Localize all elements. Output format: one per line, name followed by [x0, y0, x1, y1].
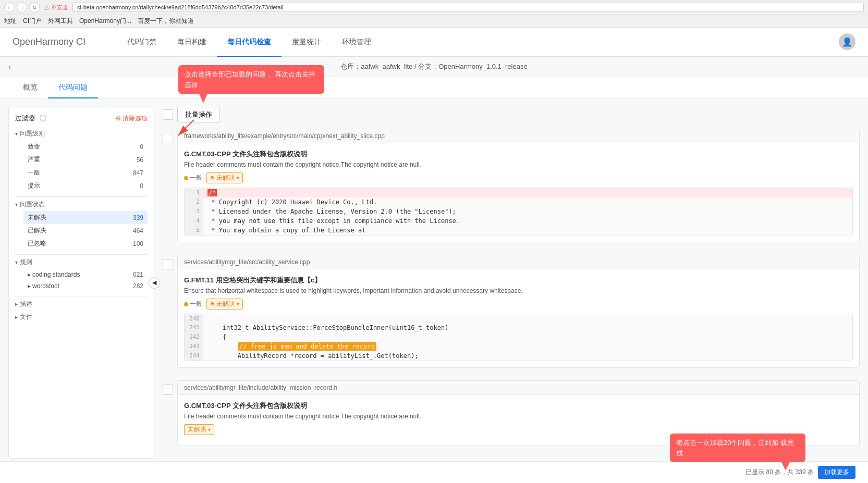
severity-dot-icon [184, 176, 188, 180]
flag-icon: ⚑ [210, 301, 215, 307]
issue-card-header-2: services/abilitymgr_lite/include/ability… [178, 381, 859, 395]
filter-section-rules: ▾ 规则 ▸ coding standards 621 ▸ wo [15, 258, 148, 292]
code-row-0-4: 4 * you may not use this file except in … [185, 216, 852, 226]
filter-fatal[interactable]: 致命 0 [23, 140, 148, 153]
tab-code-issues[interactable]: 代码问题 [48, 78, 98, 98]
repo-header: ‹ 仓库：aafwk_aafwk_lite / 分支：OpenHarmony_1… [0, 57, 868, 77]
avatar: 👤 [839, 33, 855, 50]
issue-card-1: services/abilitymgr_lite/src/ability_ser… [177, 255, 860, 368]
code-block-1: 240 241 int32_t AbilityService::ForceSto… [184, 314, 853, 361]
sidebar-title: 过滤器 ⓘ [15, 114, 46, 123]
clear-filters-button[interactable]: ⊖ 清除选项 [116, 114, 148, 123]
issue-card-header-1: services/abilitymgr_lite/src/ability_ser… [178, 255, 859, 269]
issue-select-checkbox-2[interactable] [163, 385, 173, 395]
status-tag-1[interactable]: ⚑ 未解决 ▾ [206, 299, 243, 309]
issue-select-checkbox-0[interactable] [163, 133, 173, 143]
issue-card-body-1: G.FMT.11 用空格突出关键字和重要信息【c】 Ensure that ho… [178, 269, 859, 367]
back-button[interactable]: ← [4, 2, 15, 13]
status-tag-0[interactable]: ⚑ 未解决 ▾ [206, 172, 243, 183]
nav-item-daily-check[interactable]: 每日代码检查 [217, 28, 282, 57]
issue-row-2: services/abilitymgr_lite/include/ability… [163, 380, 860, 452]
code-row-1-5: 244 AbilityRecord *record = abilityList_… [185, 351, 852, 361]
bottom-bar: 已显示 80 条，共 339 条 加载更多 [0, 461, 868, 483]
code-row-1-2: 241 int32_t AbilityService::ForceStopBun… [185, 323, 852, 332]
issue-checkbox-2 [163, 385, 173, 395]
filter-coding-standards[interactable]: ▸ coding standards 621 [23, 269, 148, 280]
status-tag-2[interactable]: 未解决 ▾ [184, 424, 214, 435]
bookmark-openharmony[interactable]: OpenHarmony门... [79, 17, 131, 26]
app-logo: OpenHarmony CI [13, 36, 85, 47]
issue-select-checkbox-1[interactable] [163, 259, 173, 269]
select-all-checkbox[interactable] [163, 109, 173, 120]
issue-card-header-0: frameworks/ability_lite/example/entry/sr… [178, 129, 859, 143]
nav-item-code-gate[interactable]: 代码门禁 [117, 28, 167, 57]
code-row-0-2: 2 * Copyright (c) 2020 Huawei Device Co.… [185, 197, 852, 207]
info-icon: ⓘ [40, 114, 46, 122]
browser-bar: ← → ↻ △ 不安全 [0, 0, 868, 15]
bookmark-tools[interactable]: 外网工具 [48, 17, 73, 26]
issue-tags-1: 一般 ⚑ 未解决 ▾ [184, 299, 853, 309]
issue-checkbox-0 [163, 133, 173, 143]
issue-description-2: File header comments must contain the co… [184, 413, 853, 420]
issue-card-2: services/abilitymgr_lite/include/ability… [177, 380, 860, 446]
filter-section-file: ▸ 文件 [15, 313, 148, 321]
reload-button[interactable]: ↻ [29, 2, 40, 13]
issue-card-body-2: G.CMT.03-CPP 文件头注释包含版权说明 File header com… [178, 395, 859, 445]
code-block-0: 1 /* 2 * Copyright (c) 2020 Huawei Devic… [184, 188, 853, 236]
code-row-0-1: 1 /* [185, 188, 852, 197]
main-nav: 代码门禁 每日构建 每日代码检查 度量统计 环境管理 [117, 27, 382, 56]
app-header: OpenHarmony CI 代码门禁 每日构建 每日代码检查 度量统计 环境管… [0, 28, 868, 57]
filter-normal[interactable]: 一般 847 [23, 166, 148, 179]
filter-section-status: ▾ 问题状态 未解决 339 已解决 464 已忽略 100 [15, 200, 148, 250]
issue-tags-0: 一般 ⚑ 未解决 ▾ [184, 172, 853, 183]
repo-info: 仓库：aafwk_aafwk_lite / 分支：OpenHarmony_1.0… [340, 62, 527, 71]
chevron-down-icon: ▾ [15, 259, 18, 265]
filter-severe[interactable]: 严重 56 [23, 153, 148, 166]
chevron-down-icon: ▾ [15, 131, 18, 137]
bookmarks-bar: 地址 CI门户 外网工具 OpenHarmony门... 百度一下，你就知道 [0, 15, 868, 28]
severity-tag-0: 一般 [184, 174, 202, 182]
nav-item-daily-build[interactable]: 每日构建 [167, 28, 217, 57]
filter-section-file-title[interactable]: ▸ 文件 [15, 313, 148, 321]
severity-tag-1: 一般 [184, 300, 202, 308]
security-warning: △ 不安全 [44, 4, 68, 11]
code-row-0-3: 3 * Licensed under the Apache License, V… [185, 207, 852, 216]
batch-operation-button[interactable]: 批量操作 [177, 107, 220, 122]
code-row-1-4: 243 // free js mem and delete the record [185, 342, 852, 351]
filter-section-severity-title[interactable]: ▾ 问题级别 [15, 129, 148, 138]
bookmark-ci[interactable]: CI门户 [23, 17, 42, 26]
nav-item-env[interactable]: 环境管理 [332, 28, 382, 57]
filter-section-description-title[interactable]: ▸ 描述 [15, 300, 148, 308]
sidebar-collapse-button[interactable]: ◀ [149, 277, 160, 289]
flag-icon: ⚑ [210, 175, 215, 181]
chevron-down-icon: ▾ [237, 301, 239, 307]
chevron-down-icon: ▾ [208, 427, 211, 432]
bookmark-dizhi[interactable]: 地址 [4, 17, 17, 26]
url-bar[interactable] [72, 3, 864, 12]
issue-description-0: File header comments must contain the co… [184, 161, 853, 168]
filter-ignored[interactable]: 已忽略 100 [23, 237, 148, 250]
chevron-right-icon: ▸ [28, 271, 31, 278]
filter-hint[interactable]: 提示 0 [23, 179, 148, 192]
filter-resolved[interactable]: 已解决 464 [23, 224, 148, 237]
highlighted-code: /* [207, 189, 217, 196]
tab-overview[interactable]: 概览 [13, 78, 48, 98]
bookmark-baidu[interactable]: 百度一下，你就知道 [138, 17, 194, 26]
filter-section-status-title[interactable]: ▾ 问题状态 [15, 200, 148, 209]
forward-button[interactable]: → [17, 2, 27, 13]
filter-section-rules-title[interactable]: ▾ 规则 [15, 258, 148, 267]
browser-nav-buttons: ← → ↻ [4, 2, 40, 13]
back-button[interactable]: ‹ [8, 63, 11, 71]
nav-item-metrics[interactable]: 度量统计 [282, 28, 332, 57]
issue-tags-2: 未解决 ▾ [184, 424, 853, 435]
issue-rule-id-2: G.CMT.03-CPP 文件头注释包含版权说明 [184, 401, 853, 411]
filter-unresolved[interactable]: 未解决 339 [23, 211, 148, 224]
page-content: ‹ 仓库：aafwk_aafwk_lite / 分支：OpenHarmony_1… [0, 57, 868, 483]
issue-card-body-0: G.CMT.03-CPP 文件头注释包含版权说明 File header com… [178, 143, 859, 242]
issue-rule-id-1: G.FMT.11 用空格突出关键字和重要信息【c】 [184, 276, 853, 285]
sidebar-header: 过滤器 ⓘ ⊖ 清除选项 [15, 114, 148, 123]
load-more-button[interactable]: 加载更多 [818, 466, 855, 479]
filter-wordstool[interactable]: ▸ wordstool 282 [23, 280, 148, 292]
sidebar: 过滤器 ⓘ ⊖ 清除选项 ▾ 问题级别 致命 0 严重 [8, 107, 154, 459]
chevron-down-icon: ▾ [237, 175, 239, 181]
